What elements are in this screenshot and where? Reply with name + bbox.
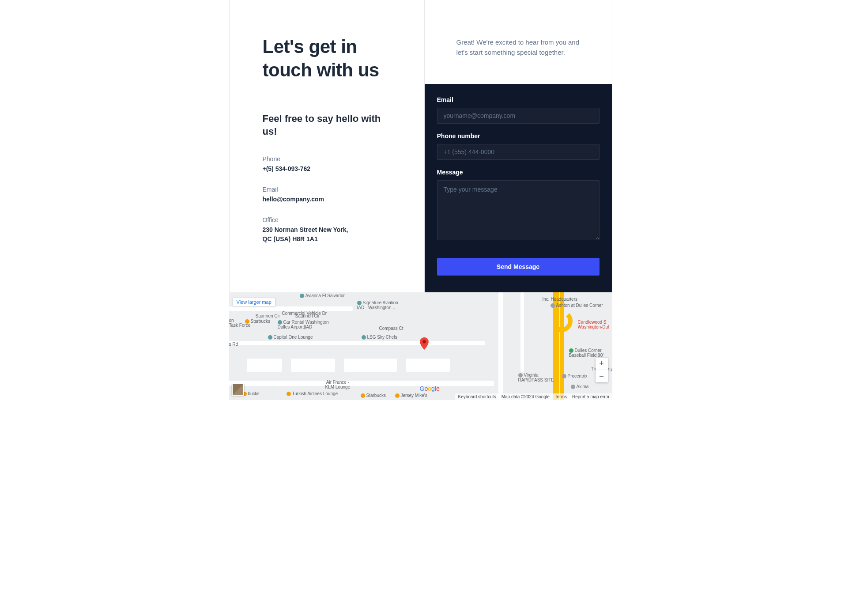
office-label: Office (263, 216, 391, 223)
map-poi: Saarinen Cir (295, 314, 320, 318)
phone-field[interactable] (437, 144, 600, 160)
map-footer: Keyboard shortcuts Map data ©2024 Google… (455, 393, 612, 400)
google-logo: Google (420, 385, 440, 392)
map-poi: Jersey Mike's (395, 393, 427, 398)
map-poi: Car Rental Washington Dulles Airport|IAD (278, 320, 329, 329)
map-terms-link[interactable]: Terms (555, 394, 567, 399)
map-poi: Air France - KLM Lounge (325, 380, 351, 389)
phone-label: Phone (263, 155, 391, 163)
map-zoom-in-button[interactable]: + (596, 358, 608, 370)
map-poi: Virginia RAPIDPASS SITE (518, 373, 554, 382)
form-column: Great! We're excited to hear from you an… (425, 0, 612, 292)
message-field-label: Message (437, 169, 600, 176)
phone-value: +(5) 534-093-762 (263, 164, 391, 174)
contact-content: Let's get in touch with us Feel free to … (229, 0, 612, 292)
email-field[interactable] (437, 108, 600, 124)
map-poi: s Rd (229, 342, 238, 347)
contact-info-column: Let's get in touch with us Feel free to … (230, 0, 424, 292)
page-title: Let's get in touch with us (263, 35, 391, 82)
map-poi: Signature Aviation IAD - Washington... (357, 300, 398, 310)
map-poi: Turkish Airlines Lounge (287, 391, 338, 396)
map-poi: Avianca El Salvador (300, 293, 345, 298)
message-field[interactable] (437, 180, 600, 240)
intro-text: Great! We're excited to hear from you an… (425, 0, 612, 84)
map-poi: bucks (242, 391, 260, 396)
office-block: Office 230 Norman Street New York, QC (U… (263, 216, 391, 244)
map-report-error-link[interactable]: Report a map error (572, 394, 609, 399)
map-poi: on Task Force (229, 318, 251, 328)
map-poi: Dulles Corner Baseball Field 90' (569, 348, 604, 358)
email-value: hello@company.com (263, 195, 391, 204)
phone-field-label: Phone number (437, 132, 600, 140)
office-value: 230 Norman Street New York, QC (USA) H8R… (263, 225, 391, 244)
map-poi: Compass Ct (379, 326, 404, 331)
map-keyboard-shortcuts-link[interactable]: Keyboard shortcuts (458, 394, 496, 399)
map-satellite-toggle[interactable] (232, 383, 244, 396)
svg-point-0 (422, 340, 426, 343)
map-poi: Ashton at Dulles Corner (551, 303, 603, 308)
map-poi: Capital One Lounge (268, 335, 313, 340)
map-poi: Akima (571, 384, 589, 389)
contact-form: Email Phone number Message Send Message (425, 84, 612, 292)
phone-block: Phone +(5) 534-093-762 (263, 155, 391, 174)
map-zoom-controls: + − (596, 358, 608, 382)
map-pin-icon (420, 337, 429, 350)
map-embed[interactable]: View larger map Avianca El Salvador Sign… (229, 292, 612, 400)
map-poi: LSG Sky Chefs (362, 335, 397, 340)
map-poi: Procentrix (562, 374, 588, 378)
map-data-attribution: Map data ©2024 Google (502, 394, 550, 399)
map-poi: Starbucks (361, 393, 386, 398)
map-zoom-out-button[interactable]: − (596, 370, 608, 382)
map-poi: Inc. Headquarters (543, 297, 578, 302)
map-poi: Candlewood S Washington-Dul (578, 320, 609, 329)
subtitle: Feel free to say hello with us! (263, 113, 391, 138)
map-poi: Saarinen Cir (256, 314, 280, 318)
email-label: Email (263, 186, 391, 193)
email-block: Email hello@company.com (263, 186, 391, 204)
view-larger-map-link[interactable]: View larger map (233, 298, 275, 306)
send-message-button[interactable]: Send Message (437, 258, 600, 276)
email-field-label: Email (437, 96, 600, 103)
